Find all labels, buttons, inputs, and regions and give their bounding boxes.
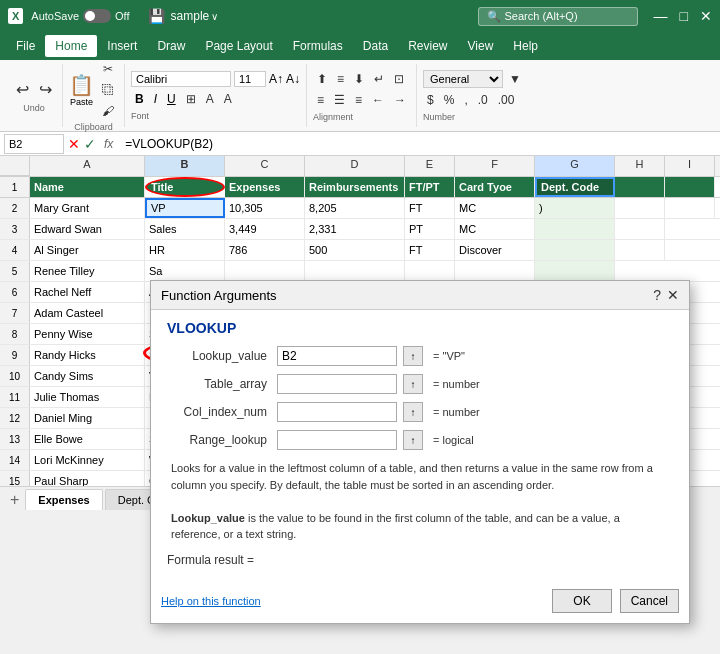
- cell-14-A[interactable]: Lori McKinney: [30, 450, 145, 470]
- col-header-G[interactable]: G: [535, 156, 615, 176]
- autosave-toggle[interactable]: [83, 9, 111, 23]
- redo-button[interactable]: ↪: [35, 78, 56, 101]
- cell-4-H[interactable]: [615, 240, 665, 260]
- cell-1-I[interactable]: [665, 177, 715, 197]
- cell-5-F[interactable]: [455, 261, 535, 281]
- cell-5-C[interactable]: [225, 261, 305, 281]
- menu-draw[interactable]: Draw: [147, 35, 195, 57]
- arg-collapse-table-array[interactable]: ↑: [403, 374, 423, 394]
- cell-3-G[interactable]: [535, 219, 615, 239]
- help-link[interactable]: Help on this function: [161, 595, 261, 607]
- align-right-button[interactable]: ≡: [351, 91, 366, 109]
- col-header-E[interactable]: E: [405, 156, 455, 176]
- cell-reference-box[interactable]: [4, 134, 64, 154]
- col-header-I[interactable]: I: [665, 156, 715, 176]
- menu-review[interactable]: Review: [398, 35, 457, 57]
- cell-1-A[interactable]: Name: [30, 177, 145, 197]
- bold-button[interactable]: B: [131, 91, 148, 107]
- menu-file[interactable]: File: [6, 35, 45, 57]
- cell-3-E[interactable]: PT: [405, 219, 455, 239]
- arg-collapse-lookup-value[interactable]: ↑: [403, 346, 423, 366]
- number-format-select[interactable]: General: [423, 70, 503, 88]
- font-color-button[interactable]: A: [220, 90, 236, 108]
- indent-dec-button[interactable]: ←: [368, 91, 388, 109]
- undo-button[interactable]: ↩: [12, 78, 33, 101]
- cell-4-F[interactable]: Discover: [455, 240, 535, 260]
- arg-input-table-array[interactable]: [277, 374, 397, 394]
- underline-button[interactable]: U: [163, 91, 180, 107]
- cell-4-A[interactable]: Al Singer: [30, 240, 145, 260]
- col-header-H[interactable]: H: [615, 156, 665, 176]
- cell-4-G[interactable]: [535, 240, 615, 260]
- currency-button[interactable]: $: [423, 91, 438, 109]
- cell-2-B[interactable]: VP: [145, 198, 225, 218]
- cell-1-B[interactable]: Title: [145, 177, 225, 197]
- cell-2-F[interactable]: MC: [455, 198, 535, 218]
- dec-inc-button[interactable]: .0: [474, 91, 492, 109]
- increase-font-button[interactable]: A↑: [269, 72, 283, 86]
- cell-2-G[interactable]: ): [535, 198, 615, 218]
- cell-4-D[interactable]: 500: [305, 240, 405, 260]
- arg-input-range-lookup[interactable]: [277, 430, 397, 450]
- cell-5-E[interactable]: [405, 261, 455, 281]
- cell-5-A[interactable]: Renee Tilley: [30, 261, 145, 281]
- copy-button[interactable]: ⿻: [98, 81, 118, 99]
- maximize-icon[interactable]: □: [680, 8, 688, 24]
- font-name-input[interactable]: [131, 71, 231, 87]
- cell-3-D[interactable]: 2,331: [305, 219, 405, 239]
- cell-13-A[interactable]: Elle Bowe: [30, 429, 145, 449]
- align-middle-button[interactable]: ≡: [333, 70, 348, 88]
- col-header-F[interactable]: F: [455, 156, 535, 176]
- format-painter-button[interactable]: 🖌: [98, 102, 118, 120]
- cell-4-C[interactable]: 786: [225, 240, 305, 260]
- dialog-help-button[interactable]: ?: [653, 287, 661, 303]
- cell-2-E[interactable]: FT: [405, 198, 455, 218]
- dialog-ok-button[interactable]: OK: [552, 589, 611, 613]
- indent-inc-button[interactable]: →: [390, 91, 410, 109]
- cell-3-A[interactable]: Edward Swan: [30, 219, 145, 239]
- col-header-D[interactable]: D: [305, 156, 405, 176]
- cell-8-A[interactable]: Penny Wise: [30, 324, 145, 344]
- menu-insert[interactable]: Insert: [97, 35, 147, 57]
- number-format-expand[interactable]: ▼: [505, 70, 525, 88]
- cell-7-A[interactable]: Adam Casteel: [30, 303, 145, 323]
- menu-data[interactable]: Data: [353, 35, 398, 57]
- formula-input[interactable]: [121, 137, 716, 151]
- sheet-tab-expenses[interactable]: Expenses: [25, 489, 102, 510]
- cell-5-B[interactable]: Sa: [145, 261, 225, 281]
- arg-collapse-range-lookup[interactable]: ↑: [403, 430, 423, 450]
- align-center-button[interactable]: ☰: [330, 91, 349, 109]
- font-size-input[interactable]: [234, 71, 266, 87]
- formula-confirm-button[interactable]: ✓: [84, 136, 96, 152]
- cell-2-C[interactable]: 10,305: [225, 198, 305, 218]
- cell-3-F[interactable]: MC: [455, 219, 535, 239]
- cell-1-F[interactable]: Card Tyoe: [455, 177, 535, 197]
- cell-2-A[interactable]: Mary Grant: [30, 198, 145, 218]
- cell-1-G[interactable]: Dept. Code: [535, 177, 615, 197]
- close-icon[interactable]: ✕: [700, 8, 712, 24]
- merge-button[interactable]: ⊡: [390, 70, 408, 88]
- menu-view[interactable]: View: [458, 35, 504, 57]
- arg-input-col-index-num[interactable]: [277, 402, 397, 422]
- menu-formulas[interactable]: Formulas: [283, 35, 353, 57]
- search-box[interactable]: 🔍 Search (Alt+Q): [478, 7, 638, 26]
- cell-4-E[interactable]: FT: [405, 240, 455, 260]
- arg-collapse-col-index-num[interactable]: ↑: [403, 402, 423, 422]
- cell-1-D[interactable]: Reimbursements: [305, 177, 405, 197]
- italic-button[interactable]: I: [150, 91, 161, 107]
- align-bottom-button[interactable]: ⬇: [350, 70, 368, 88]
- cell-15-A[interactable]: Paul Sharp: [30, 471, 145, 486]
- cut-button[interactable]: ✂: [98, 60, 118, 78]
- menu-page-layout[interactable]: Page Layout: [195, 35, 282, 57]
- cell-12-A[interactable]: Daniel Ming: [30, 408, 145, 428]
- percent-button[interactable]: %: [440, 91, 459, 109]
- align-left-button[interactable]: ≡: [313, 91, 328, 109]
- comma-button[interactable]: ,: [460, 91, 471, 109]
- arg-input-lookup-value[interactable]: [277, 346, 397, 366]
- col-header-A[interactable]: A: [30, 156, 145, 176]
- save-icon[interactable]: 💾: [148, 8, 165, 24]
- cell-1-C[interactable]: Expenses: [225, 177, 305, 197]
- cell-3-C[interactable]: 3,449: [225, 219, 305, 239]
- cell-2-H[interactable]: [615, 198, 665, 218]
- col-header-C[interactable]: C: [225, 156, 305, 176]
